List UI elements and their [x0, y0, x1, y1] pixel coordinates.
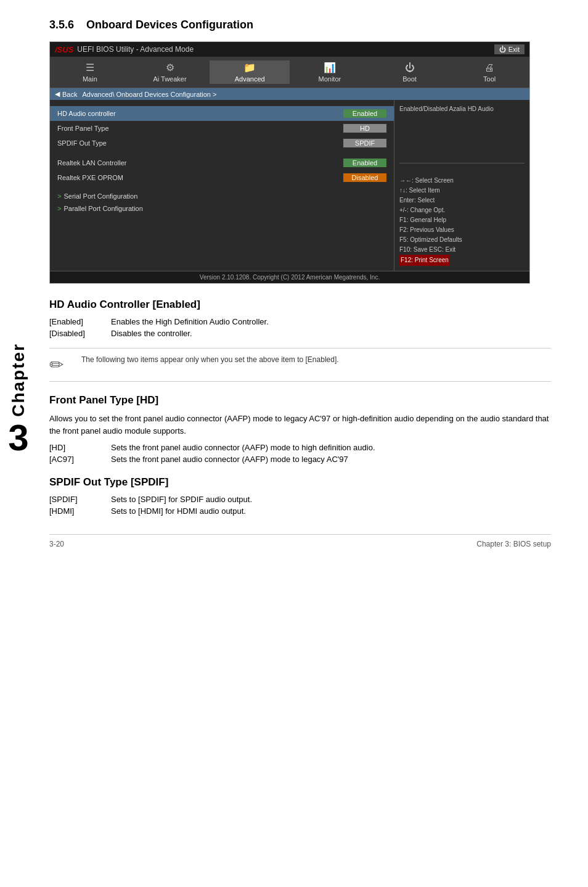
- bios-context-help: Enabled/Disabled Azalia HD Audio: [399, 105, 525, 113]
- spdif-option-spdif: [SPDIF] Sets to [SPDIF] for SPDIF audio …: [49, 495, 551, 504]
- front-panel-body: Allows you to set the front panel audio …: [49, 413, 551, 437]
- pxe-value: Disabled: [343, 173, 386, 182]
- hd-option-desc-1: Enables the High Definition Audio Contro…: [111, 317, 551, 326]
- nav-monitor-icon: 📊: [324, 62, 336, 73]
- fp-option-key-2: [AC97]: [49, 455, 111, 464]
- nav-tweaker[interactable]: ⚙ Ai Tweaker: [130, 60, 210, 84]
- help-enter: Enter: Select: [399, 196, 525, 205]
- nav-tweaker-icon: ⚙: [166, 62, 174, 73]
- nav-main-icon: ☰: [86, 62, 94, 73]
- help-f10: F10: Save ESC: Exit: [399, 245, 525, 255]
- bios-titlebar: /SUS UEFI BIOS Utility - Advanced Mode ⏻…: [50, 42, 529, 57]
- breadcrumb-arrow: ◀: [55, 90, 60, 98]
- nav-tool-icon: 🖨: [484, 62, 494, 73]
- bios-main-area: HD Audio controller Enabled Front Panel …: [50, 100, 529, 271]
- chapter-number: 3: [8, 416, 28, 459]
- lan-value: Enabled: [343, 159, 386, 167]
- section-title: Onboard Devices Configuration: [86, 19, 253, 31]
- spdif-option-desc-2: Sets to [HDMI] for HDMI audio output.: [111, 506, 551, 516]
- pxe-label: Realtek PXE OPROM: [57, 174, 343, 181]
- front-panel-option-hd: [HD] Sets the front panel audio connecto…: [49, 443, 551, 452]
- nav-tool-label: Tool: [483, 75, 496, 83]
- bios-breadcrumb: ◀ Back Advanced\ Onboard Devices Configu…: [50, 88, 529, 100]
- bios-screenshot: /SUS UEFI BIOS Utility - Advanced Mode ⏻…: [49, 41, 530, 284]
- nav-tweaker-label: Ai Tweaker: [153, 75, 186, 83]
- front-panel-title: Front Panel Type [HD]: [49, 394, 551, 406]
- hd-option-key-2: [Disabled]: [49, 329, 111, 338]
- hd-audio-label: HD Audio controller: [57, 110, 343, 117]
- serial-arrow: >: [57, 192, 61, 200]
- front-panel-label: Front Panel Type: [57, 125, 343, 132]
- page-number: 3-20: [49, 540, 64, 548]
- spacer2: [50, 185, 394, 190]
- parallel-arrow: >: [57, 205, 61, 212]
- note-text: The following two items appear only when…: [81, 355, 339, 365]
- note-box: ✏ The following two items appear only wh…: [49, 348, 551, 382]
- nav-main-label: Main: [83, 75, 97, 83]
- spdif-option-desc-1: Sets to [SPDIF] for SPDIF audio output.: [111, 495, 551, 504]
- fp-option-desc-2: Sets the front panel audio connector (AA…: [111, 455, 551, 464]
- bios-exit-button[interactable]: ⏻ Exit: [494, 44, 525, 54]
- nav-boot[interactable]: ⏻ Boot: [370, 61, 450, 84]
- spdif-option-key-2: [HDMI]: [49, 506, 111, 516]
- hd-audio-value: Enabled: [343, 109, 386, 118]
- nav-advanced[interactable]: 📁 Advanced: [210, 60, 290, 84]
- spdif-label: SPDIF Out Type: [57, 139, 343, 147]
- section-number: 3.5.6: [49, 19, 74, 31]
- submenu-parallel[interactable]: > Parallel Port Configuration: [50, 202, 394, 215]
- hd-audio-section: HD Audio Controller [Enabled] [Enabled] …: [49, 299, 551, 382]
- page-footer: 3-20 Chapter 3: BIOS setup: [49, 534, 551, 548]
- note-icon: ✏: [49, 355, 74, 375]
- bios-footer: Version 2.10.1208. Copyright (C) 2012 Am…: [50, 271, 529, 283]
- nav-boot-label: Boot: [402, 75, 417, 83]
- breadcrumb-path: Advanced\ Onboard Devices Configuration …: [82, 91, 216, 98]
- help-f1: F1: General Help: [399, 215, 525, 225]
- breadcrumb-back[interactable]: Back: [62, 91, 77, 98]
- fp-option-desc-1: Sets the front panel audio connector (AA…: [111, 443, 551, 452]
- chapter-label: Chapter: [9, 343, 28, 417]
- hd-option-desc-2: Disables the controller.: [111, 329, 551, 338]
- spdif-title: SPDIF Out Type [SPDIF]: [49, 476, 551, 489]
- front-panel-value: HD: [343, 124, 386, 133]
- nav-monitor-label: Monitor: [319, 75, 341, 83]
- spdif-section: SPDIF Out Type [SPDIF] [SPDIF] Sets to […: [49, 476, 551, 516]
- bios-row-pxe[interactable]: Realtek PXE OPROM Disabled: [50, 170, 394, 185]
- front-panel-section: Front Panel Type [HD] Allows you to set …: [49, 394, 551, 464]
- bios-row-lan[interactable]: Realtek LAN Controller Enabled: [50, 155, 394, 170]
- spacer1: [50, 151, 394, 155]
- nav-monitor[interactable]: 📊 Monitor: [290, 60, 370, 84]
- spdif-option-hdmi: [HDMI] Sets to [HDMI] for HDMI audio out…: [49, 506, 551, 516]
- help-f12: F12: Print Screen: [399, 255, 450, 266]
- help-f5: F5: Optimized Defaults: [399, 235, 525, 245]
- chapter-reference: Chapter 3: BIOS setup: [476, 540, 551, 548]
- bios-row-spdif[interactable]: SPDIF Out Type SPDIF: [50, 136, 394, 151]
- lan-label: Realtek LAN Controller: [57, 159, 343, 167]
- nav-tool[interactable]: 🖨 Tool: [449, 61, 529, 84]
- bios-row-hd-audio[interactable]: HD Audio controller Enabled: [50, 106, 394, 121]
- nav-main[interactable]: ☰ Main: [50, 60, 130, 84]
- spdif-value: SPDIF: [343, 139, 386, 147]
- bios-help-panel: Enabled/Disabled Azalia HD Audio →←: Sel…: [394, 100, 529, 271]
- help-f2: F2: Previous Values: [399, 225, 525, 235]
- exit-icon: ⏻: [499, 46, 506, 53]
- hd-audio-title: HD Audio Controller [Enabled]: [49, 299, 551, 311]
- parallel-label: Parallel Port Configuration: [63, 205, 142, 212]
- nav-advanced-icon: 📁: [243, 62, 256, 73]
- hd-option-key-1: [Enabled]: [49, 317, 111, 326]
- hd-audio-option-enabled: [Enabled] Enables the High Definition Au…: [49, 317, 551, 326]
- spdif-option-key-1: [SPDIF]: [49, 495, 111, 504]
- help-select-screen: →←: Select Screen: [399, 176, 525, 186]
- nav-advanced-label: Advanced: [235, 75, 265, 83]
- bios-row-front-panel[interactable]: Front Panel Type HD: [50, 121, 394, 136]
- bios-logo-text: /SUS: [55, 45, 73, 54]
- help-change: +/-: Change Opt.: [399, 205, 525, 215]
- serial-label: Serial Port Configuration: [63, 192, 137, 200]
- exit-label: Exit: [508, 46, 520, 53]
- bios-keyboard-help: →←: Select Screen ↑↓: Select Item Enter:…: [399, 176, 525, 266]
- hd-audio-option-disabled: [Disabled] Disables the controller.: [49, 329, 551, 338]
- bios-settings-panel: HD Audio controller Enabled Front Panel …: [50, 100, 394, 271]
- help-select-item: ↑↓: Select Item: [399, 186, 525, 196]
- submenu-serial[interactable]: > Serial Port Configuration: [50, 190, 394, 202]
- chapter-sidebar: Chapter 3: [0, 308, 37, 493]
- front-panel-option-ac97: [AC97] Sets the front panel audio connec…: [49, 455, 551, 464]
